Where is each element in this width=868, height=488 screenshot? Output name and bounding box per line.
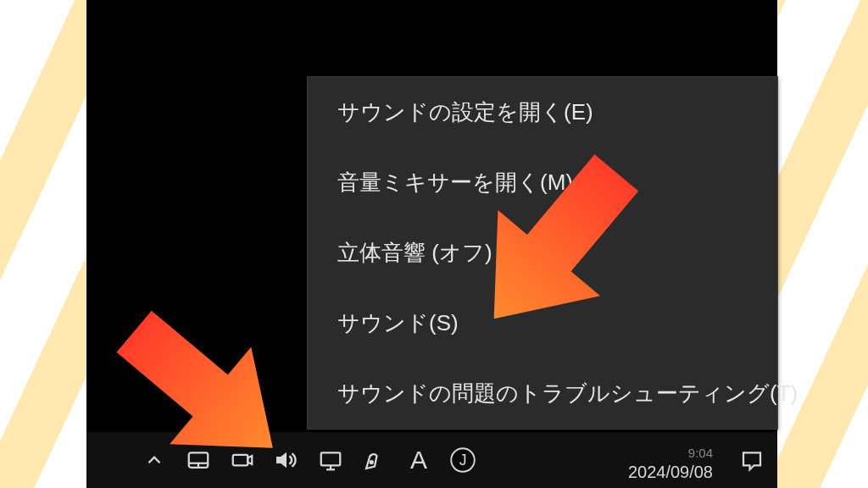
clock-time: 9:04 bbox=[628, 445, 713, 462]
menu-item-troubleshoot-sound[interactable]: サウンドの問題のトラブルシューティング(T) bbox=[308, 358, 777, 429]
app-j-icon[interactable]: J bbox=[446, 443, 480, 477]
monitor-icon[interactable] bbox=[314, 443, 348, 477]
menu-item-open-sound-settings[interactable]: サウンドの設定を開く(E) bbox=[308, 77, 777, 147]
pen-icon[interactable] bbox=[358, 443, 392, 477]
clock-date: 2024/09/08 bbox=[628, 461, 713, 483]
taskbar-clock[interactable]: 9:04 2024/09/08 bbox=[628, 445, 713, 484]
action-center-icon[interactable] bbox=[735, 443, 769, 477]
svg-point-7 bbox=[370, 461, 373, 463]
svg-rect-4 bbox=[321, 452, 341, 465]
ime-indicator[interactable]: A bbox=[402, 443, 436, 477]
svg-text:J: J bbox=[459, 452, 467, 469]
